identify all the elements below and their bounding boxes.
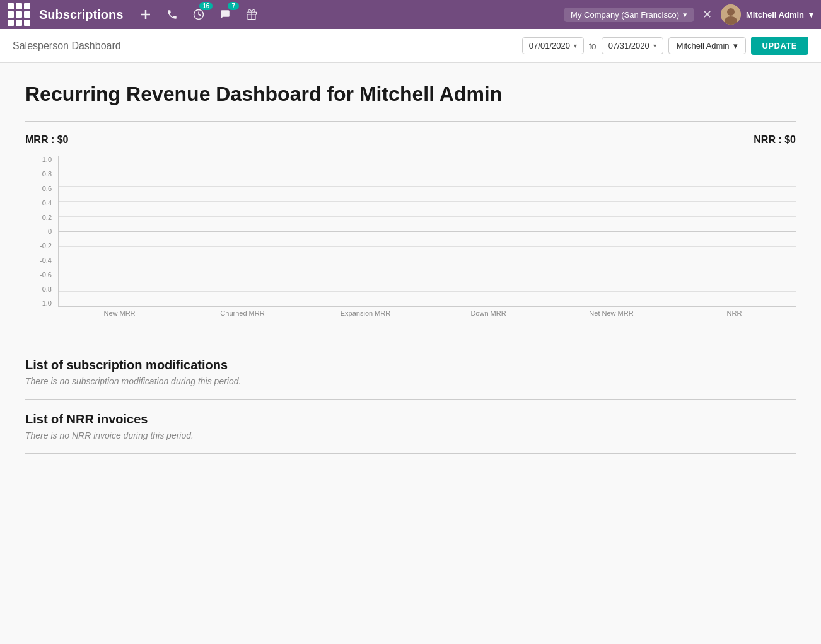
y-label-m08: -0.8 (40, 285, 52, 293)
modifications-title: List of subscription modifications (25, 358, 796, 372)
chart-divider (25, 345, 796, 345)
date-from-arrow: ▾ (574, 42, 577, 49)
date-to-arrow: ▾ (653, 42, 656, 49)
y-label-04: 0.4 (42, 199, 52, 207)
date-from-picker[interactable]: 07/01/2020 ▾ (522, 37, 584, 54)
y-label-m06: -0.6 (40, 271, 52, 279)
nrr-invoices-empty: There is no NRR invoice during this peri… (25, 430, 796, 440)
mrr-header: MRR : $0 NRR : $0 (25, 134, 796, 146)
bottom-divider (25, 453, 796, 454)
x-label-churned-mrr: Churned MRR (181, 309, 304, 317)
nrr-invoices-title: List of NRR invoices (25, 412, 796, 427)
company-name: My Company (San Francisco) (571, 10, 679, 20)
app-title: Subscriptions (39, 8, 123, 22)
x-axis-labels: New MRR Churned MRR Expansion MRR Down M… (58, 309, 796, 317)
mrr-section: MRR : $0 NRR : $0 1.0 0.8 0.6 0.4 0.2 0 … (25, 134, 796, 332)
x-label-new-mrr: New MRR (58, 309, 181, 317)
y-label-0: 0 (48, 227, 52, 235)
salesperson-value: Mitchell Admin (677, 41, 730, 50)
x-label-down-mrr: Down MRR (427, 309, 550, 317)
activity-count: 16 (199, 2, 213, 10)
breadcrumb: Salesperson Dashboard (13, 40, 515, 52)
y-label-m10: -1.0 (40, 299, 52, 307)
nrr-label: NRR : $0 (754, 134, 796, 146)
avatar (721, 4, 741, 25)
salesperson-arrow: ▾ (733, 41, 738, 50)
date-to-picker[interactable]: 07/31/2020 ▾ (602, 37, 663, 54)
y-label-m02: -0.2 (40, 242, 52, 250)
date-from-value: 07/01/2020 (529, 41, 570, 50)
to-label: to (589, 41, 597, 51)
chat-count: 7 (228, 2, 239, 10)
x-label-net-new-mrr: Net New MRR (550, 309, 673, 317)
filter-bar: Salesperson Dashboard 07/01/2020 ▾ to 07… (0, 29, 821, 63)
chart-container: 1.0 0.8 0.6 0.4 0.2 0 -0.2 -0.4 -0.6 -0.… (25, 156, 796, 332)
y-label-10: 1.0 (42, 156, 52, 163)
chat-badge-container[interactable]: 7 (216, 6, 234, 23)
x-label-expansion-mrr: Expansion MRR (304, 309, 427, 317)
top-navigation: Subscriptions 16 7 My Company (San Franc… (0, 0, 821, 29)
y-label-m04: -0.4 (40, 256, 52, 264)
filter-group: 07/01/2020 ▾ to 07/31/2020 ▾ Mitchell Ad… (522, 37, 808, 55)
user-name: Mitchell Admin (746, 10, 804, 20)
activity-badge-container[interactable]: 16 (190, 6, 207, 23)
nrr-invoices-section: List of NRR invoices There is no NRR inv… (25, 412, 796, 440)
mrr-label: MRR : $0 (25, 134, 68, 146)
modifications-divider (25, 399, 796, 400)
title-divider (25, 121, 796, 122)
main-content: Recurring Revenue Dashboard for Mitchell… (0, 63, 821, 644)
gift-icon[interactable] (243, 6, 260, 23)
app-grid-menu[interactable] (8, 3, 30, 26)
company-selector[interactable]: My Company (San Francisco) ▾ (564, 8, 694, 22)
modifications-section: List of subscription modifications There… (25, 358, 796, 386)
modifications-empty: There is no subscription modification du… (25, 376, 796, 386)
salesperson-selector[interactable]: Mitchell Admin ▾ (668, 37, 746, 54)
company-dropdown-icon: ▾ (683, 10, 687, 20)
y-label-02: 0.2 (42, 214, 52, 221)
dashboard-title: Recurring Revenue Dashboard for Mitchell… (25, 82, 796, 106)
y-label-08: 0.8 (42, 170, 52, 178)
add-button[interactable] (137, 6, 154, 23)
phone-icon[interactable] (163, 6, 181, 23)
x-label-nrr: NRR (673, 309, 796, 317)
update-button[interactable]: UPDATE (751, 37, 808, 55)
user-menu[interactable]: Mitchell Admin ▾ (721, 4, 813, 25)
close-icon[interactable]: ✕ (702, 8, 712, 21)
svg-point-2 (727, 8, 735, 16)
date-to-value: 07/31/2020 (608, 41, 649, 50)
user-dropdown-icon: ▾ (809, 10, 813, 20)
y-label-06: 0.6 (42, 185, 52, 192)
